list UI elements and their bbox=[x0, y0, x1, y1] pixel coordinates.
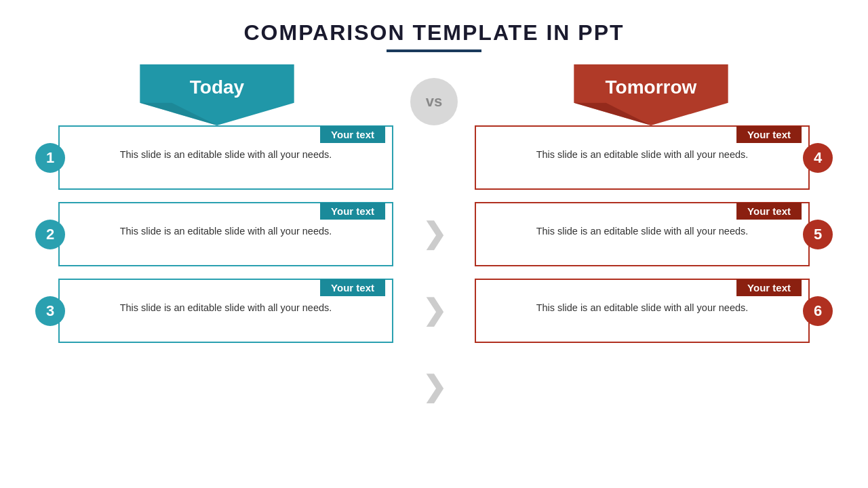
right-box-3: Your text This slide is an editable slid… bbox=[475, 279, 810, 343]
chevron-2: ❯ bbox=[422, 275, 446, 340]
vs-circle: vs bbox=[410, 78, 458, 125]
right-label-3: Your text bbox=[736, 279, 802, 296]
left-label-2: Your text bbox=[320, 203, 385, 220]
title-underline bbox=[387, 49, 481, 52]
right-item-2: Your text This slide is an editable slid… bbox=[475, 202, 827, 266]
chevron-icon-3: ❯ bbox=[422, 373, 446, 401]
title-section: COMPARISON TEMPLATE IN PPT bbox=[243, 20, 624, 52]
number-4: 4 bbox=[803, 143, 833, 173]
right-item-1: Your text This slide is an editable slid… bbox=[475, 125, 827, 190]
number-3: 3 bbox=[35, 296, 65, 326]
content-area: Today 1 Your text This slide is an edita… bbox=[41, 64, 827, 468]
right-items-list: Your text This slide is an editable slid… bbox=[475, 125, 827, 343]
right-column: Tomorrow Your text This slide is an edit… bbox=[475, 64, 827, 343]
number-2: 2 bbox=[35, 220, 65, 249]
number-5: 5 bbox=[803, 220, 833, 249]
right-box-2: Your text This slide is an editable slid… bbox=[475, 202, 810, 266]
left-box-2: Your text This slide is an editable slid… bbox=[58, 202, 393, 266]
right-label-1: Your text bbox=[736, 126, 802, 143]
chevron-1: ❯ bbox=[422, 199, 446, 263]
left-item-2: 2 Your text This slide is an editable sl… bbox=[41, 202, 393, 266]
number-1: 1 bbox=[35, 143, 65, 173]
number-6: 6 bbox=[803, 296, 833, 326]
chevron-3: ❯ bbox=[422, 352, 446, 416]
right-text-2: This slide is an editable slide with all… bbox=[483, 224, 802, 239]
left-text-2: This slide is an editable slide with all… bbox=[66, 224, 385, 239]
tomorrow-label: Tomorrow bbox=[570, 77, 732, 98]
main-title: COMPARISON TEMPLATE IN PPT bbox=[243, 20, 624, 45]
right-text-1: This slide is an editable slide with all… bbox=[483, 148, 802, 163]
left-label-3: Your text bbox=[320, 279, 385, 296]
today-pentagon: Today bbox=[136, 64, 298, 125]
today-label: Today bbox=[136, 77, 298, 98]
left-box-3: Your text This slide is an editable slid… bbox=[58, 279, 393, 343]
left-item-1: 1 Your text This slide is an editable sl… bbox=[41, 125, 393, 190]
vs-arrows: ❯ ❯ ❯ bbox=[393, 125, 475, 416]
left-label-1: Your text bbox=[320, 126, 385, 143]
vs-column: vs ❯ ❯ ❯ bbox=[393, 64, 475, 416]
right-label-2: Your text bbox=[736, 203, 802, 220]
left-item-3: 3 Your text This slide is an editable sl… bbox=[41, 279, 393, 343]
slide-page: COMPARISON TEMPLATE IN PPT Today 1 bbox=[0, 0, 868, 488]
right-text-3: This slide is an editable slide with all… bbox=[483, 301, 802, 316]
chevron-icon-1: ❯ bbox=[422, 220, 446, 248]
left-column: Today 1 Your text This slide is an edita… bbox=[41, 64, 393, 343]
right-item-3: Your text This slide is an editable slid… bbox=[475, 279, 827, 343]
right-box-1: Your text This slide is an editable slid… bbox=[475, 125, 810, 190]
left-text-1: This slide is an editable slide with all… bbox=[66, 148, 385, 163]
left-text-3: This slide is an editable slide with all… bbox=[66, 301, 385, 316]
left-box-1: Your text This slide is an editable slid… bbox=[58, 125, 393, 190]
chevron-icon-2: ❯ bbox=[422, 296, 446, 325]
left-items-list: 1 Your text This slide is an editable sl… bbox=[41, 125, 393, 343]
tomorrow-pentagon: Tomorrow bbox=[570, 64, 732, 125]
